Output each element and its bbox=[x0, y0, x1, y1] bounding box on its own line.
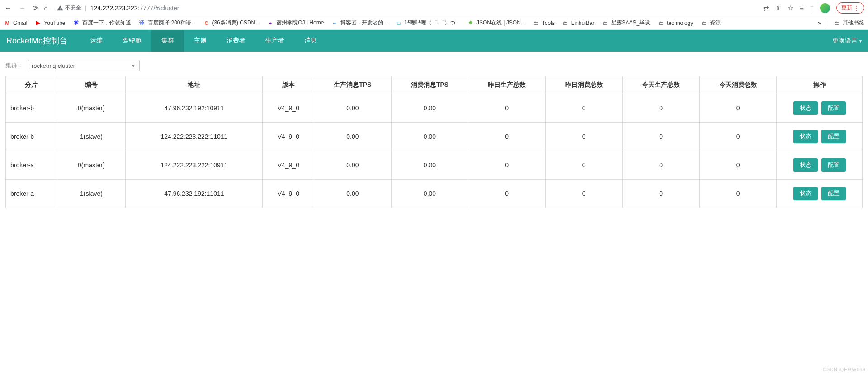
bookmark-item[interactable]: ▶YouTube bbox=[34, 19, 65, 27]
warning-icon bbox=[57, 5, 63, 11]
cluster-select[interactable]: rocketmq-cluster ▼ bbox=[28, 60, 140, 71]
cell: 0.00 bbox=[391, 94, 468, 123]
table-header-row: 分片编号地址版本生产消息TPS消费消息TPS昨日生产总数昨日消费总数今天生产总数… bbox=[6, 76, 863, 94]
bookmark-item[interactable]: MGmail bbox=[4, 19, 27, 27]
cell: 0 bbox=[545, 180, 623, 208]
status-button[interactable]: 状态 bbox=[793, 101, 818, 115]
translate-icon[interactable]: ⇄ bbox=[763, 4, 769, 12]
bookmark-item[interactable]: ❖JSON在线 | JSON... bbox=[467, 19, 525, 27]
folder-icon: 🗀 bbox=[533, 19, 540, 27]
forward-button[interactable]: → bbox=[18, 4, 27, 12]
favicon: ▶ bbox=[34, 19, 42, 27]
nav-item-5[interactable]: 生产者 bbox=[255, 30, 294, 52]
favicon: ❖ bbox=[467, 19, 474, 27]
cell: 47.96.232.192:10911 bbox=[126, 94, 263, 123]
cell: 0 bbox=[623, 123, 700, 151]
profile-avatar[interactable] bbox=[820, 3, 830, 13]
back-button[interactable]: ← bbox=[4, 4, 13, 12]
cluster-label: 集群： bbox=[5, 62, 23, 70]
cell: 0 bbox=[468, 123, 546, 151]
cell: 0.00 bbox=[314, 180, 392, 208]
table-body: broker-b0(master)47.96.232.192:10911V4_9… bbox=[6, 94, 863, 208]
config-button[interactable]: 配置 bbox=[821, 130, 846, 143]
bookmark-item[interactable]: □哔哩哔哩（゜-゜）つ... bbox=[395, 19, 460, 27]
address-bar[interactable]: 不安全 | 124.222.223.222:7777/#/cluster bbox=[53, 4, 758, 12]
bookmark-label: 百度翻译-200种语... bbox=[148, 19, 196, 27]
table-row: broker-a0(master)124.222.223.222:10911V4… bbox=[6, 151, 863, 180]
broker-table: 分片编号地址版本生产消息TPS消费消息TPS昨日生产总数昨日消费总数今天生产总数… bbox=[5, 76, 863, 208]
col-header: 生产消息TPS bbox=[314, 76, 392, 94]
nav-item-0[interactable]: 运维 bbox=[80, 30, 113, 52]
reload-button[interactable]: ⟳ bbox=[33, 4, 38, 12]
bookmark-label: JSON在线 | JSON... bbox=[476, 19, 525, 27]
cell: 0(master) bbox=[57, 151, 126, 180]
share-icon[interactable]: ⇪ bbox=[775, 4, 781, 12]
actions-cell: 状态配置 bbox=[777, 123, 863, 151]
bookmark-overflow[interactable]: » bbox=[818, 20, 821, 26]
cell: 0 bbox=[545, 123, 623, 151]
bookmark-item[interactable]: ∞博客园 - 开发者的... bbox=[331, 19, 388, 27]
bookmark-label: Gmail bbox=[13, 20, 27, 26]
nav-item-3[interactable]: 主题 bbox=[184, 30, 217, 52]
col-header: 今天消费总数 bbox=[699, 76, 777, 94]
config-button[interactable]: 配置 bbox=[821, 187, 846, 200]
bookmark-folder[interactable]: 🗀资源 bbox=[700, 19, 721, 27]
security-indicator[interactable]: 不安全 bbox=[57, 4, 81, 12]
status-button[interactable]: 状态 bbox=[793, 187, 818, 200]
bookmark-label: 百度一下，你就知道 bbox=[82, 19, 131, 27]
cell: 0.00 bbox=[314, 123, 392, 151]
col-header: 今天生产总数 bbox=[623, 76, 700, 94]
nav-item-4[interactable]: 消费者 bbox=[217, 30, 255, 52]
bookmark-folder-label: LinhuiBar bbox=[571, 20, 594, 26]
favicon: M bbox=[4, 19, 11, 27]
folder-icon: 🗀 bbox=[833, 19, 840, 27]
bookmark-folder[interactable]: 🗀Tools bbox=[533, 19, 555, 27]
favicon: ● bbox=[267, 19, 274, 27]
cell: 0 bbox=[699, 123, 777, 151]
bookmark-item[interactable]: C(36条消息) CSDN... bbox=[203, 19, 260, 27]
nav-item-2[interactable]: 集群 bbox=[151, 30, 184, 52]
status-button[interactable]: 状态 bbox=[793, 158, 818, 172]
cell: 0 bbox=[545, 151, 623, 180]
cell: V4_9_0 bbox=[263, 151, 314, 180]
cell: 0 bbox=[545, 94, 623, 123]
caret-down-icon: ▾ bbox=[859, 38, 862, 43]
cell: 0.00 bbox=[391, 151, 468, 180]
config-button[interactable]: 配置 bbox=[821, 101, 846, 115]
folder-icon: 🗀 bbox=[602, 19, 609, 27]
home-button[interactable]: ⌂ bbox=[44, 4, 48, 12]
bookmark-folder[interactable]: 🗀星露SAAS_毕设 bbox=[602, 19, 651, 27]
language-switcher[interactable]: 更换语言 ▾ bbox=[832, 37, 862, 45]
bookmark-folder-label: 资源 bbox=[710, 19, 721, 27]
bookmark-label: (36条消息) CSDN... bbox=[212, 19, 260, 27]
folder-icon: 🗀 bbox=[700, 19, 708, 27]
readinglist-icon[interactable]: ≡ bbox=[800, 4, 804, 12]
browser-toolbar: ← → ⟳ ⌂ 不安全 | 124.222.223.222:7777/#/clu… bbox=[0, 0, 868, 16]
bookmark-item[interactable]: 掌百度一下，你就知道 bbox=[73, 19, 131, 27]
favicon: 掌 bbox=[73, 19, 80, 27]
config-button[interactable]: 配置 bbox=[821, 158, 846, 172]
sidepanel-icon[interactable]: ▯ bbox=[810, 4, 814, 12]
cell: 0.00 bbox=[391, 180, 468, 208]
star-icon[interactable]: ☆ bbox=[788, 4, 793, 12]
status-button[interactable]: 状态 bbox=[793, 130, 818, 143]
nav-item-1[interactable]: 驾驶舱 bbox=[113, 30, 151, 52]
bookmark-item[interactable]: ●宿州学院OJ | Home bbox=[267, 19, 324, 27]
bookmark-item[interactable]: 译百度翻译-200种语... bbox=[138, 19, 196, 27]
bookmark-folder[interactable]: 🗀LinhuiBar bbox=[562, 19, 594, 27]
cell: 124.222.223.222:10911 bbox=[126, 151, 263, 180]
favicon: C bbox=[203, 19, 210, 27]
bookmark-bar: MGmail▶YouTube掌百度一下，你就知道译百度翻译-200种语...C(… bbox=[0, 16, 868, 30]
cell: V4_9_0 bbox=[263, 180, 314, 208]
cell: 0.00 bbox=[314, 151, 392, 180]
update-button[interactable]: 更新⋮ bbox=[836, 2, 864, 14]
other-bookmarks[interactable]: 🗀 其他书签 bbox=[833, 19, 864, 27]
favicon: □ bbox=[395, 19, 402, 27]
bookmark-folder[interactable]: 🗀technology bbox=[657, 19, 693, 27]
col-header: 分片 bbox=[6, 76, 57, 94]
cell: 0 bbox=[468, 94, 546, 123]
nav-item-6[interactable]: 消息 bbox=[294, 30, 327, 52]
cell: 0 bbox=[699, 151, 777, 180]
col-header: 操作 bbox=[777, 76, 863, 94]
col-header: 消费消息TPS bbox=[391, 76, 468, 94]
